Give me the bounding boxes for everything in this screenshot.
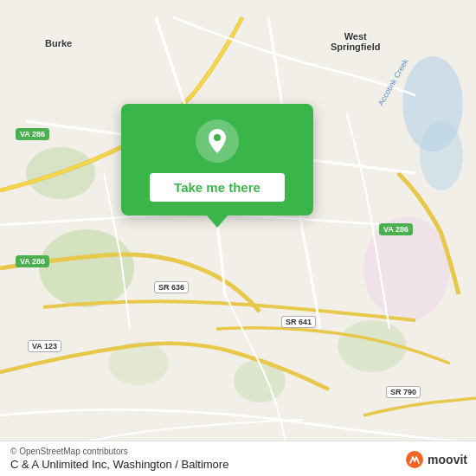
- attribution-text: © OpenStreetMap contributors: [10, 447, 466, 456]
- moovit-label: moovit: [428, 453, 467, 466]
- take-me-there-button[interactable]: Take me there: [150, 173, 285, 202]
- west-springfield-label: WestSpringfield: [331, 31, 380, 52]
- svg-point-1: [420, 121, 463, 190]
- sr641-badge: SR 641: [281, 316, 316, 328]
- va286-right-badge: VA 286: [379, 223, 413, 235]
- va123-badge: VA 123: [28, 340, 61, 352]
- sr790-badge: SR 790: [386, 386, 421, 398]
- va286-bottom-left-badge: VA 286: [16, 255, 49, 267]
- map-container: Burke WestSpringfield Accotink Creek VA …: [0, 0, 476, 476]
- svg-point-8: [214, 134, 221, 141]
- pin-icon: [205, 127, 229, 155]
- moovit-logo: moovit: [405, 450, 467, 469]
- moovit-brand-icon: [405, 450, 424, 469]
- location-popup: Take me there: [121, 104, 313, 215]
- sr636-badge: SR 636: [154, 281, 189, 293]
- va286-left-badge: VA 286: [16, 128, 49, 140]
- location-title: C & A Unlimited Inc, Washington / Baltim…: [10, 458, 466, 471]
- burke-label: Burke: [45, 38, 72, 48]
- svg-point-2: [39, 229, 134, 307]
- map-roads: [0, 0, 476, 476]
- pin-circle: [196, 119, 239, 163]
